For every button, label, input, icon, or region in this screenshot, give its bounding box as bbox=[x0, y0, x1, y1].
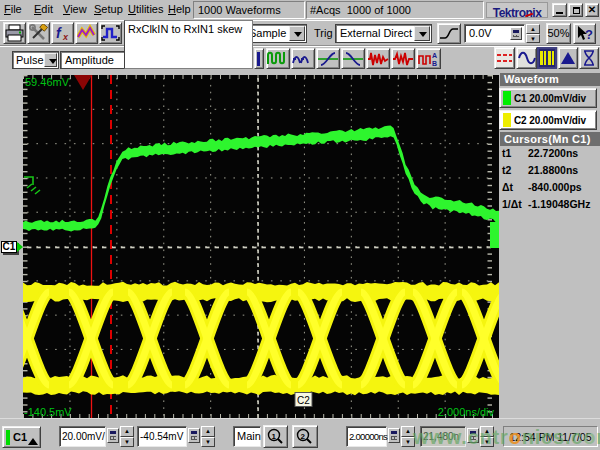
svg-text:x: x bbox=[62, 32, 69, 42]
svg-text:1: 1 bbox=[272, 432, 277, 441]
svg-text:-140.5mV: -140.5mV bbox=[24, 406, 72, 418]
svg-text:f: f bbox=[56, 25, 62, 41]
svg-text:59.46mV: 59.46mV bbox=[25, 76, 70, 88]
svg-text:C2: C2 bbox=[297, 395, 310, 406]
svg-text:2: 2 bbox=[301, 432, 306, 441]
svg-text:2.000ns/div: 2.000ns/div bbox=[438, 406, 495, 418]
svg-text:B: B bbox=[432, 60, 437, 67]
svg-text:A: A bbox=[432, 52, 437, 59]
svg-text:?: ? bbox=[585, 27, 593, 42]
